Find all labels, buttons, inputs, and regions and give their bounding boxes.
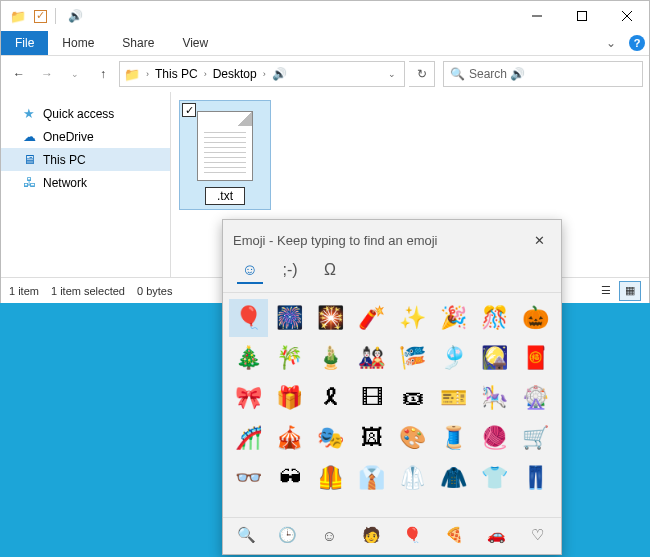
file-checkbox[interactable]: ✓ bbox=[182, 103, 196, 117]
emoji-cell[interactable]: 🥼 bbox=[393, 459, 432, 497]
sidebar-item-network[interactable]: 🖧Network bbox=[1, 171, 170, 194]
emoji-cell[interactable]: 🎫 bbox=[434, 379, 473, 417]
star-icon: ★ bbox=[21, 106, 37, 121]
text-file-icon bbox=[197, 111, 253, 181]
chevron-right-icon: › bbox=[144, 69, 151, 79]
emoji-cell[interactable]: 🕶 bbox=[270, 459, 309, 497]
folder-icon bbox=[9, 7, 27, 25]
help-button[interactable]: ? bbox=[625, 31, 649, 55]
emoji-cell[interactable]: 🎁 bbox=[270, 379, 309, 417]
tab-view[interactable]: View bbox=[168, 31, 222, 55]
tab-home[interactable]: Home bbox=[48, 31, 108, 55]
emoji-cell[interactable]: 🧶 bbox=[475, 419, 514, 457]
emoji-cell[interactable]: 🦺 bbox=[311, 459, 350, 497]
tab-file[interactable]: File bbox=[1, 31, 48, 55]
file-name-input[interactable]: .txt bbox=[205, 187, 245, 205]
search-icon: 🔍 bbox=[450, 67, 465, 81]
emoji-cell[interactable]: 🧵 bbox=[434, 419, 473, 457]
emoji-cell[interactable]: 🎃 bbox=[516, 299, 555, 337]
breadcrumb-root[interactable]: This PC bbox=[155, 67, 198, 81]
emoji-cell[interactable]: 🎍 bbox=[311, 339, 350, 377]
emoji-cell[interactable]: 🎆 bbox=[270, 299, 309, 337]
address-dropdown[interactable]: ⌄ bbox=[384, 69, 400, 79]
cloud-icon: ☁ bbox=[21, 129, 37, 144]
emoji-cell[interactable]: 🎞 bbox=[352, 379, 391, 417]
emoji-picker: Emoji - Keep typing to find an emoji ✕ ☺… bbox=[222, 219, 562, 555]
emoji-cell[interactable]: 🧧 bbox=[516, 339, 555, 377]
emoji-cell[interactable]: 🎟 bbox=[393, 379, 432, 417]
emoji-cell[interactable]: 🎪 bbox=[270, 419, 309, 457]
emoji-cell[interactable]: 🎄 bbox=[229, 339, 268, 377]
emoji-cell[interactable]: 🎑 bbox=[475, 339, 514, 377]
emoji-category[interactable]: 🧑 bbox=[358, 522, 384, 548]
titlebar: 🔊 bbox=[1, 1, 649, 31]
emoji-category[interactable]: ☺ bbox=[316, 522, 342, 548]
minimize-button[interactable] bbox=[514, 1, 559, 31]
emoji-cell[interactable]: 👖 bbox=[516, 459, 555, 497]
status-count: 1 item bbox=[9, 285, 39, 297]
emoji-cell[interactable]: 🎋 bbox=[270, 339, 309, 377]
sidebar-item-quick-access[interactable]: ★Quick access bbox=[1, 102, 170, 125]
emoji-cell[interactable]: 🎗 bbox=[311, 379, 350, 417]
sidebar-item-this-pc[interactable]: 🖥This PC bbox=[1, 148, 170, 171]
emoji-cell[interactable]: 🎊 bbox=[475, 299, 514, 337]
emoji-close-button[interactable]: ✕ bbox=[527, 228, 551, 252]
search-input[interactable]: 🔍 Search 🔊 bbox=[443, 61, 643, 87]
emoji-category[interactable]: ♡ bbox=[525, 522, 551, 548]
ribbon-expand-icon[interactable]: ⌄ bbox=[597, 31, 625, 55]
nav-back-button[interactable]: ← bbox=[7, 62, 31, 86]
emoji-cell[interactable]: 🎉 bbox=[434, 299, 473, 337]
emoji-cell[interactable]: 🎇 bbox=[311, 299, 350, 337]
tab-symbols[interactable]: Ω bbox=[317, 258, 343, 284]
emoji-category[interactable]: 🎈 bbox=[400, 522, 426, 548]
nav-forward-button[interactable]: → bbox=[35, 62, 59, 86]
emoji-cell[interactable]: 🎈 bbox=[229, 299, 268, 337]
emoji-cell[interactable]: 🎡 bbox=[516, 379, 555, 417]
emoji-cell[interactable]: 🎠 bbox=[475, 379, 514, 417]
tab-share[interactable]: Share bbox=[108, 31, 168, 55]
chevron-right-icon: › bbox=[202, 69, 209, 79]
monitor-icon: 🖥 bbox=[21, 152, 37, 167]
emoji-cell[interactable]: 🎭 bbox=[311, 419, 350, 457]
emoji-cell[interactable]: 🎀 bbox=[229, 379, 268, 417]
emoji-cell[interactable]: 👓 bbox=[229, 459, 268, 497]
tab-emoji[interactable]: ☺ bbox=[237, 258, 263, 284]
nav-recent-dropdown[interactable]: ⌄ bbox=[63, 62, 87, 86]
emoji-category[interactable]: 🚗 bbox=[483, 522, 509, 548]
emoji-cell[interactable]: 🎏 bbox=[393, 339, 432, 377]
emoji-cell[interactable]: 🎨 bbox=[393, 419, 432, 457]
emoji-cell[interactable]: 🖼 bbox=[352, 419, 391, 457]
emoji-cell[interactable]: 🎎 bbox=[352, 339, 391, 377]
emoji-categories: 🔍🕒☺🧑🎈🍕🚗♡ bbox=[223, 517, 561, 554]
sidebar-item-onedrive[interactable]: ☁OneDrive bbox=[1, 125, 170, 148]
emoji-grid: 🎈🎆🎇🧨✨🎉🎊🎃🎄🎋🎍🎎🎏🎐🎑🧧🎀🎁🎗🎞🎟🎫🎠🎡🎢🎪🎭🖼🎨🧵🧶🛒👓🕶🦺👔🥼🧥👕👖 bbox=[223, 293, 561, 517]
view-large-icons-button[interactable]: ▦ bbox=[619, 281, 641, 301]
address-bar[interactable]: 📁 › This PC › Desktop › 🔊 ⌄ bbox=[119, 61, 405, 87]
view-details-button[interactable]: ☰ bbox=[595, 281, 617, 301]
qat-properties-toggle[interactable] bbox=[31, 7, 49, 25]
sidebar: ★Quick access ☁OneDrive 🖥This PC 🖧Networ… bbox=[1, 92, 171, 277]
emoji-category[interactable]: 🔍 bbox=[233, 522, 259, 548]
emoji-category[interactable]: 🕒 bbox=[275, 522, 301, 548]
refresh-button[interactable]: ↻ bbox=[409, 61, 435, 87]
emoji-cell[interactable]: 🧥 bbox=[434, 459, 473, 497]
nav-row: ← → ⌄ ↑ 📁 › This PC › Desktop › 🔊 ⌄ ↻ 🔍 … bbox=[1, 56, 649, 92]
tab-kaomoji[interactable]: ;-) bbox=[277, 258, 303, 284]
folder-icon: 📁 bbox=[124, 67, 140, 82]
emoji-category[interactable]: 🍕 bbox=[442, 522, 468, 548]
close-button[interactable] bbox=[604, 1, 649, 31]
emoji-cell[interactable]: 🎢 bbox=[229, 419, 268, 457]
emoji-cell[interactable]: 👕 bbox=[475, 459, 514, 497]
emoji-cell[interactable]: ✨ bbox=[393, 299, 432, 337]
file-item[interactable]: ✓ .txt bbox=[179, 100, 271, 210]
maximize-button[interactable] bbox=[559, 1, 604, 31]
emoji-cell[interactable]: 🛒 bbox=[516, 419, 555, 457]
separator bbox=[55, 8, 56, 24]
emoji-cell[interactable]: 🎐 bbox=[434, 339, 473, 377]
emoji-cell[interactable]: 🧨 bbox=[352, 299, 391, 337]
nav-up-button[interactable]: ↑ bbox=[91, 62, 115, 86]
breadcrumb-folder[interactable]: Desktop bbox=[213, 67, 257, 81]
emoji-cell[interactable]: 👔 bbox=[352, 459, 391, 497]
search-placeholder: Search 🔊 bbox=[469, 67, 525, 81]
breadcrumb-leaf[interactable]: 🔊 bbox=[272, 67, 287, 81]
